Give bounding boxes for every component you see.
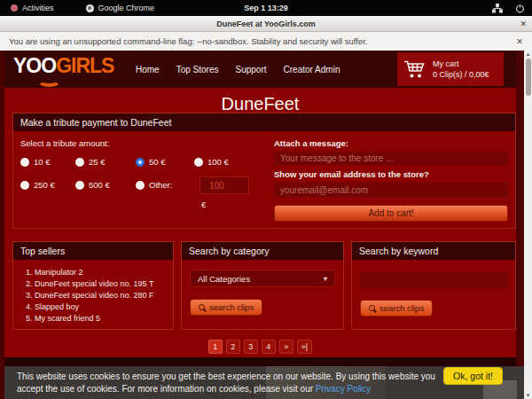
site-page: YOOGIRLS HomeTop StoresSupportCreator Ad… [4,51,516,399]
radio-button[interactable] [75,158,84,167]
clock[interactable]: Sep 1 13:29 [244,4,288,12]
activities-label: Activities [22,4,54,12]
message-label: Attach a message: [274,138,508,148]
radio-button[interactable] [136,158,145,167]
radio-button[interactable] [136,181,145,190]
category-select[interactable]: All Categories ▾ [190,270,335,287]
page-button[interactable]: » [279,340,293,354]
search-category-header: Search by category [182,242,343,260]
distro-icon [11,4,18,12]
radio-button[interactable] [20,181,29,190]
page-button[interactable]: 2 [226,340,240,354]
amount-option-label: 10 € [34,157,51,167]
nav-item[interactable]: Support [236,65,267,74]
amount-option-label: 25 € [89,157,106,167]
scrollbar[interactable]: ▲ ▼ [524,51,532,399]
cart-summary: 0 Clip(s) / 0,00€ [433,70,489,79]
top-sellers-header: Top sellers [13,242,173,260]
chrome-icon [86,4,94,12]
page-button[interactable]: 1 [208,340,223,354]
warning-close-button[interactable]: ✕ [516,36,523,46]
currency-symbol: € [201,200,206,209]
amount-option-label: 250 € [34,180,55,190]
cart-label: My cart [433,59,459,68]
search-icon [369,305,375,311]
app-menu-label: Google Chrome [98,4,155,12]
cart-button[interactable]: My cart 0 Clip(s) / 0,00€ [397,52,504,86]
logo-girls: GIRLS [56,54,113,77]
tribute-panel: Make a tribute payment to DuneFeet Selec… [12,113,516,229]
amount-option-label: 100 € [207,157,229,167]
radio-button[interactable] [20,158,29,167]
tribute-message-column: Attach a message: Show your email addres… [274,138,508,222]
amount-option[interactable]: 500 € [75,180,136,190]
logo-yoo: YOO [13,54,56,77]
amount-option[interactable]: 10 € [20,157,75,167]
chrome-warning-bar: You are using an unsupported command-lin… [0,32,532,51]
activities-button[interactable]: Activities [7,0,58,16]
cart-icon [403,59,426,79]
window-titlebar[interactable]: DuneFeet at YooGirls.com ✕ [0,16,532,32]
search-keyword-header: Search by keyword [352,242,515,260]
gnome-topbar: Activities Google Chrome Sep 1 13:29 [0,0,532,16]
window-title: DuneFeet at YooGirls.com [216,20,316,28]
search-clips-label: search clips [209,302,254,312]
seller-item[interactable]: Slapped boy [35,301,165,313]
privacy-policy-link[interactable]: Privacy Policy [316,384,371,394]
network-icon[interactable] [492,4,503,13]
cookie-consent-bar: This website uses cookies to ensure you … [4,366,524,399]
radio-button[interactable] [194,158,203,167]
amount-option[interactable]: 25 € [75,157,136,167]
tribute-amount-column: Select a tribute amount: 10 € 25 € [20,138,262,222]
message-input[interactable] [274,152,508,165]
add-to-cart-button[interactable]: Add to cart! [274,205,508,222]
amount-option-label: Other: [149,180,172,190]
window-close-button[interactable]: ✕ [520,16,527,32]
amount-label: Select a tribute amount: [20,138,262,148]
search-category-panel: Search by category All Categories ▾ sear… [181,241,344,330]
other-amount-input[interactable] [200,176,249,194]
seller-item[interactable]: DuneFeet special video no. 280 F [35,290,165,301]
page-button[interactable]: 3 [244,340,258,354]
chevron-down-icon: ▾ [324,274,327,283]
site-header: YOOGIRLS HomeTop StoresSupportCreator Ad… [4,51,516,88]
page-button[interactable]: 4 [262,340,276,354]
pagination: 1234»»| [4,340,516,354]
page-title: DuneFeet [4,94,516,114]
search-clips-category-button[interactable]: search clips [190,299,262,316]
site-logo[interactable]: YOOGIRLS [13,54,113,77]
radio-button[interactable] [75,181,84,190]
power-icon[interactable] [515,4,525,13]
app-menu-button[interactable]: Google Chrome [82,0,159,16]
nav-item[interactable]: Creator Admin [284,65,340,74]
tribute-panel-header: Make a tribute payment to DuneFeet [13,113,515,131]
logo-smile-icon [37,75,61,87]
nav-item[interactable]: Top Stores [176,65,219,74]
page-button[interactable]: »| [297,340,312,354]
amount-option[interactable]: 100 € [194,157,256,167]
category-selected-value: All Categories [198,274,250,284]
scroll-up-arrow-icon[interactable]: ▲ [524,51,532,58]
nav-item[interactable]: Home [136,65,160,74]
amount-option[interactable]: 250 € [20,180,75,190]
scroll-down-arrow-icon[interactable]: ▼ [524,392,532,399]
scrollbar-thumb[interactable] [526,59,531,96]
email-label: Show your email address to the store? [274,169,508,179]
top-sellers-panel: Top sellers Manipulator 2DuneFeet specia… [12,241,174,330]
amount-option[interactable]: 50 € [136,157,194,167]
main-nav: HomeTop StoresSupportCreator Admin [136,51,340,88]
search-clips-label: search clips [379,303,424,313]
warning-text: You are using an unsupported command-lin… [9,36,368,46]
seller-item[interactable]: My scared friend 5 [35,313,165,325]
amount-option-label: 500 € [89,180,110,190]
email-input[interactable] [274,183,508,197]
seller-item[interactable]: DuneFeet special video no. 195 T [35,278,165,290]
seller-item[interactable]: Manipulator 2 [35,267,165,278]
cookie-accept-button[interactable]: Ok, got it! [443,367,503,385]
keyword-input[interactable] [360,272,507,288]
top-sellers-list: Manipulator 2DuneFeet special video no. … [35,267,165,325]
cookie-message-text: This website uses cookies to ensure you … [17,372,435,394]
amount-option[interactable]: Other: [136,180,194,190]
search-clips-keyword-button[interactable]: search clips [360,300,433,317]
search-keyword-panel: Search by keyword search clips [351,241,516,330]
